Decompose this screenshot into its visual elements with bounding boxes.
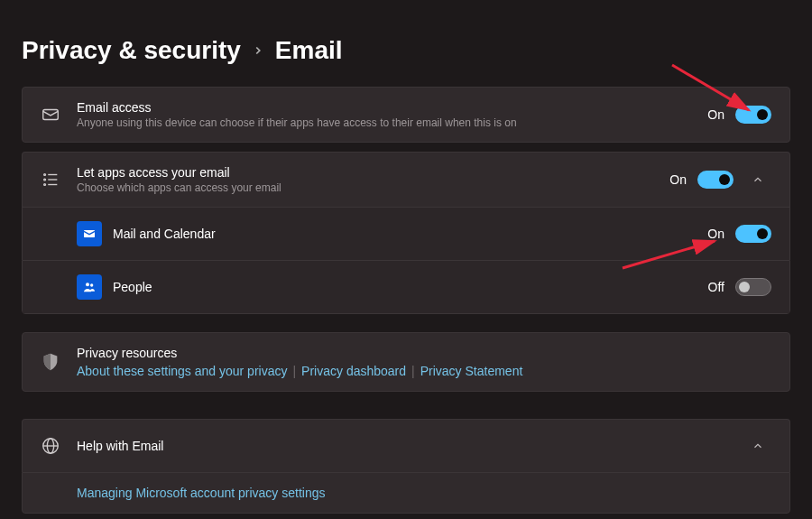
let-apps-desc: Choose which apps can access your email — [77, 181, 669, 194]
email-access-toggle-label: On — [707, 107, 724, 122]
let-apps-toggle-label: On — [669, 172, 687, 187]
svg-point-1 — [44, 174, 46, 176]
shield-icon — [41, 352, 77, 372]
mail-icon — [41, 105, 77, 125]
help-link-manage-privacy[interactable]: Managing Microsoft account privacy setti… — [77, 486, 325, 500]
svg-rect-0 — [43, 110, 59, 120]
svg-point-5 — [44, 184, 46, 186]
email-access-desc: Anyone using this device can choose if t… — [77, 116, 707, 129]
app-name-mail: Mail and Calendar — [113, 227, 707, 241]
privacy-resources-title: Privacy resources — [77, 346, 771, 360]
link-privacy-dashboard[interactable]: Privacy dashboard — [301, 364, 406, 378]
chevron-right-icon — [252, 44, 264, 57]
app-toggle-people[interactable] — [735, 278, 771, 296]
email-access-row: Email access Anyone using this device ca… — [23, 88, 789, 142]
svg-point-8 — [86, 283, 89, 286]
mail-app-icon — [77, 221, 102, 246]
svg-point-9 — [90, 283, 93, 286]
app-toggle-label-people: Off — [708, 280, 724, 294]
breadcrumb: Privacy & security Email — [0, 0, 812, 87]
app-row-people: People Off — [23, 261, 789, 313]
breadcrumb-current: Email — [275, 36, 343, 65]
let-apps-toggle[interactable] — [697, 171, 734, 189]
list-icon — [41, 170, 77, 190]
help-link-row: Managing Microsoft account privacy setti… — [23, 473, 789, 513]
svg-point-3 — [44, 179, 46, 181]
email-access-toggle[interactable] — [735, 106, 771, 124]
let-apps-row[interactable]: Let apps access your email Choose which … — [23, 153, 789, 207]
breadcrumb-parent[interactable]: Privacy & security — [22, 36, 241, 65]
email-access-title: Email access — [77, 100, 707, 115]
help-row[interactable]: Help with Email — [23, 420, 789, 472]
app-toggle-mail[interactable] — [735, 225, 771, 243]
app-toggle-label-mail: On — [707, 227, 724, 241]
privacy-resources-row: Privacy resources About these settings a… — [23, 333, 789, 391]
link-privacy-statement[interactable]: Privacy Statement — [420, 364, 523, 378]
app-name-people: People — [113, 280, 708, 294]
people-app-icon — [77, 274, 102, 300]
link-about-privacy[interactable]: About these settings and your privacy — [77, 364, 287, 378]
let-apps-title: Let apps access your email — [77, 165, 669, 180]
globe-help-icon — [41, 436, 77, 456]
app-row-mail: Mail and Calendar On — [23, 208, 789, 260]
help-title: Help with Email — [77, 439, 744, 453]
help-collapse-button[interactable] — [744, 432, 771, 459]
collapse-button[interactable] — [744, 166, 771, 193]
